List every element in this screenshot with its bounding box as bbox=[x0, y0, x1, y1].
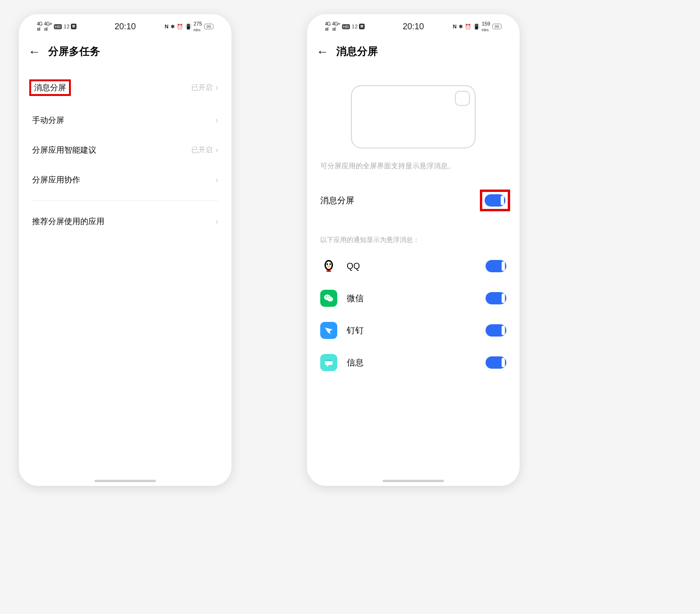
svg-point-4 bbox=[327, 266, 330, 268]
home-indicator[interactable] bbox=[94, 480, 156, 482]
splitscreen-illustration bbox=[351, 85, 476, 148]
network-speed: 275KB/s bbox=[194, 21, 202, 32]
chevron-right-icon: › bbox=[215, 175, 218, 185]
back-icon[interactable]: ← bbox=[316, 45, 329, 58]
svg-point-2 bbox=[327, 263, 328, 265]
status-time: 20:10 bbox=[114, 22, 136, 32]
item-recommended-apps[interactable]: 推荐分屏使用的应用 › bbox=[27, 207, 223, 236]
highlight-box: 消息分屏 bbox=[29, 79, 71, 96]
nfc-icon: N bbox=[453, 24, 457, 29]
signal-2: 4G+ıııl bbox=[44, 21, 51, 32]
alarm-icon: ⏰ bbox=[465, 24, 471, 30]
app-toggle-messages[interactable] bbox=[486, 356, 506, 369]
nfc-icon: N bbox=[165, 24, 169, 29]
app-name: QQ bbox=[347, 261, 360, 271]
app-row-qq: QQ bbox=[307, 250, 520, 282]
section-label: 以下应用的通知显示为悬浮消息： bbox=[307, 221, 520, 250]
chevron-right-icon: › bbox=[215, 83, 218, 93]
description-text: 可分屏应用的全屏界面支持显示悬浮消息。 bbox=[307, 162, 520, 180]
alarm-icon: ⏰ bbox=[177, 24, 183, 30]
app-name: 信息 bbox=[347, 357, 364, 368]
svg-point-3 bbox=[330, 263, 331, 265]
item-smart-suggestions[interactable]: 分屏应用智能建议 已开启› bbox=[27, 135, 223, 165]
qq-icon bbox=[320, 258, 337, 275]
highlight-box-toggle bbox=[480, 190, 510, 211]
page-title: 分屏多任务 bbox=[48, 44, 100, 59]
app-row-wechat: 微信 bbox=[307, 282, 520, 314]
app-toggle-dingtalk[interactable] bbox=[486, 324, 506, 337]
vibrate-icon: 📳 bbox=[473, 24, 480, 30]
hd-sub: 1 2 bbox=[352, 24, 357, 29]
wechat-icon bbox=[320, 290, 337, 307]
item-manual-splitscreen[interactable]: 手动分屏 › bbox=[27, 105, 223, 135]
svg-rect-12 bbox=[325, 360, 333, 361]
item-app-collaboration[interactable]: 分屏应用协作 › bbox=[27, 165, 223, 195]
status-time: 20:10 bbox=[402, 22, 424, 32]
dingtalk-icon bbox=[320, 322, 337, 339]
app-row-dingtalk: 钉钉 bbox=[307, 314, 520, 346]
item-message-splitscreen[interactable]: 消息分屏 已开启› bbox=[27, 70, 223, 105]
message-indicator-icon bbox=[359, 24, 365, 29]
hd-badge: HD bbox=[54, 24, 62, 29]
vibrate-icon: 📳 bbox=[185, 24, 192, 30]
messages-icon bbox=[320, 354, 337, 371]
bluetooth-icon: ✱ bbox=[171, 24, 175, 30]
svg-point-6 bbox=[327, 297, 333, 302]
svg-point-8 bbox=[328, 296, 329, 297]
main-toggle-label: 消息分屏 bbox=[320, 195, 354, 206]
svg-point-7 bbox=[326, 296, 327, 297]
divider bbox=[32, 200, 218, 201]
message-indicator-icon bbox=[71, 24, 77, 29]
phone-screen-1: 4Gıııl 4G+ıııl HD 1 2 20:10 N ✱ ⏰ 📳 275K… bbox=[19, 14, 231, 486]
network-speed: 159KB/s bbox=[482, 21, 490, 32]
signal-1: 4Gıııl bbox=[325, 21, 330, 32]
battery-level: 96 bbox=[492, 24, 502, 29]
signal-1: 4Gıııl bbox=[37, 21, 42, 32]
app-name: 钉钉 bbox=[347, 325, 364, 336]
svg-point-1 bbox=[326, 261, 332, 269]
status-bar: 4Gıııl 4G+ıııl HD 1 2 20:10 N ✱ ⏰ 📳 159K… bbox=[307, 14, 520, 36]
home-indicator[interactable] bbox=[383, 480, 444, 482]
notification-bubble-icon bbox=[455, 91, 470, 106]
hd-badge: HD bbox=[342, 24, 350, 29]
app-toggle-wechat[interactable] bbox=[486, 292, 506, 304]
main-toggle[interactable] bbox=[485, 194, 505, 207]
app-toggle-qq[interactable] bbox=[486, 260, 506, 272]
svg-point-9 bbox=[329, 298, 330, 299]
app-row-messages: 信息 bbox=[307, 346, 520, 379]
bluetooth-icon: ✱ bbox=[459, 24, 463, 30]
status-bar: 4Gıııl 4G+ıııl HD 1 2 20:10 N ✱ ⏰ 📳 275K… bbox=[19, 14, 231, 36]
chevron-right-icon: › bbox=[215, 115, 218, 125]
app-name: 微信 bbox=[347, 293, 364, 304]
phone-screen-2: 4Gıııl 4G+ıııl HD 1 2 20:10 N ✱ ⏰ 📳 159K… bbox=[307, 14, 520, 486]
back-icon[interactable]: ← bbox=[28, 45, 41, 58]
svg-point-10 bbox=[331, 298, 332, 299]
signal-2: 4G+ıııl bbox=[332, 21, 340, 32]
hd-sub: 1 2 bbox=[64, 24, 69, 29]
battery-level: 96 bbox=[204, 24, 213, 29]
chevron-right-icon: › bbox=[215, 216, 218, 226]
page-title: 消息分屏 bbox=[336, 44, 378, 59]
chevron-right-icon: › bbox=[215, 145, 218, 155]
